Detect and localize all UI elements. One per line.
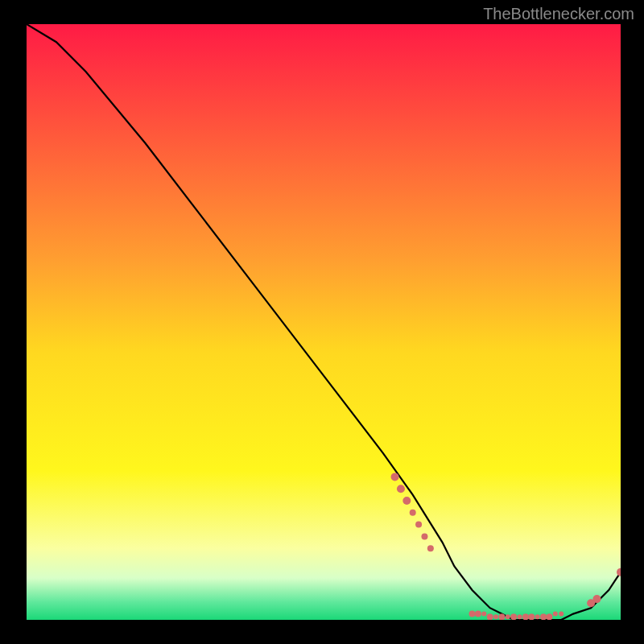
scatter-point [559,612,564,617]
scatter-point [522,613,529,620]
scatter-point [592,595,601,603]
scatter-point [546,613,552,620]
scatter-point [487,613,493,620]
scatter-point [481,612,486,617]
scatter-point [427,545,434,551]
scatter-point [493,614,498,619]
plot-area [27,24,621,620]
scatter-point [506,614,510,619]
scatter-point [421,533,427,539]
scatter-point [469,611,476,617]
scatter-point [391,473,399,481]
scatter-point [518,614,522,619]
scatter-point [402,497,411,505]
scatter-point [498,613,505,620]
gradient-background [27,24,621,620]
chart-svg [27,24,621,620]
scatter-point [553,612,558,617]
scatter-point [535,614,540,619]
chart-container: TheBottlenecker.com [0,0,644,644]
scatter-point [540,613,547,620]
scatter-point [528,613,535,620]
watermark-text: TheBottlenecker.com [483,5,634,23]
scatter-point [397,485,405,493]
scatter-point [510,613,517,620]
scatter-point [410,510,416,516]
scatter-point [415,522,422,528]
scatter-point [475,611,481,617]
